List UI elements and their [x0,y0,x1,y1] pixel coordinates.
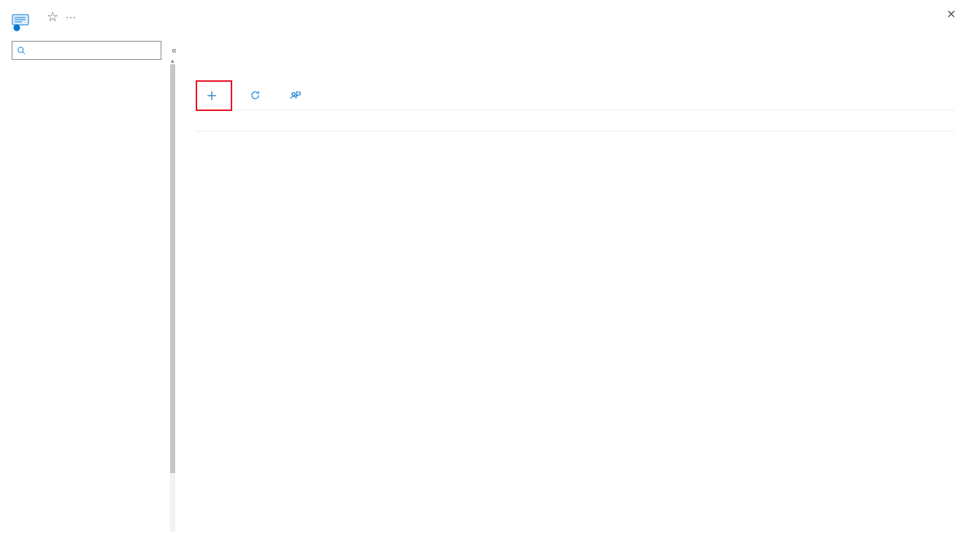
scroll-up-icon[interactable]: ▴ [171,57,175,64]
svg-point-9 [292,92,295,95]
feedback-button[interactable] [283,83,313,108]
resource-icon [12,12,32,32]
sidebar-search[interactable] [12,41,161,60]
svg-point-5 [18,47,23,52]
command-bar [196,81,954,110]
refresh-button[interactable] [242,83,272,108]
table-header [196,110,954,131]
close-button[interactable]: ✕ [946,7,956,21]
scrollbar-thumb[interactable] [170,64,175,473]
search-input[interactable] [31,45,156,57]
collapse-sidebar-icon[interactable]: « [172,45,177,55]
search-icon [17,46,26,55]
svg-line-6 [23,52,25,54]
refresh-icon [250,90,261,101]
empty-state-message [196,131,954,145]
feedback-icon [290,90,302,101]
more-icon[interactable]: ··· [66,11,77,23]
add-certificate-button[interactable] [199,83,229,108]
main-content [175,37,969,560]
blade-header: ☆ ··· ✕ [0,0,969,37]
sidebar: « ▴ [0,37,175,560]
description-text [196,66,954,81]
favorite-icon[interactable]: ☆ [47,9,58,25]
plus-icon [206,90,218,101]
